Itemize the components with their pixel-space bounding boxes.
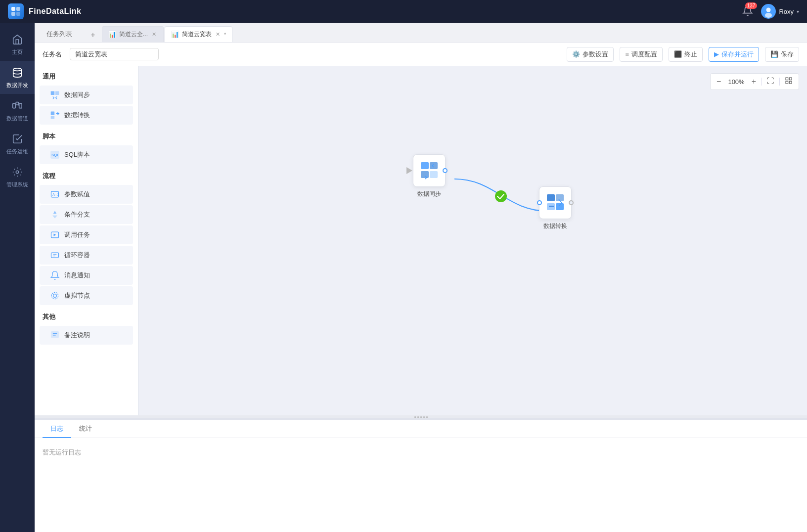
- schedule-config-button[interactable]: ≡ 调度配置: [620, 47, 663, 62]
- svg-point-31: [495, 190, 507, 202]
- svg-rect-0: [11, 7, 15, 11]
- section-header-script: 脚本: [35, 126, 138, 144]
- sidebar: 主页 数据开发 数据管道: [0, 23, 35, 532]
- save-button[interactable]: 💾 保存: [765, 47, 799, 62]
- svg-point-24: [51, 292, 58, 299]
- svg-rect-1: [16, 7, 20, 11]
- tab-jiandao-wide[interactable]: 📊 简道云宽表 ✕ *: [165, 26, 232, 42]
- tab-close-2[interactable]: ✕: [215, 31, 221, 38]
- param-settings-label: 参数设置: [583, 50, 608, 59]
- panel-item-data-sync[interactable]: 数据同步: [40, 86, 133, 104]
- bottom-panel: 日志 统计 暂无运行日志: [35, 418, 807, 532]
- svg-point-7: [13, 68, 22, 71]
- tab-jiandao-full[interactable]: 📊 简道云全... ✕: [102, 26, 164, 42]
- home-icon: [10, 33, 24, 46]
- stop-button[interactable]: ⬛ 终止: [669, 47, 703, 62]
- panel-item-virtual-node[interactable]: 虚拟节点: [40, 286, 133, 305]
- node-data-sync-output-port[interactable]: [443, 168, 448, 173]
- user-area[interactable]: Roxy ▾: [761, 4, 799, 19]
- sidebar-item-home[interactable]: 主页: [0, 28, 35, 61]
- panel-item-call-task-label: 调用任务: [64, 230, 90, 239]
- svg-rect-32: [421, 162, 429, 169]
- bottom-content-log: 暂无运行日志: [35, 438, 807, 467]
- save-run-label: 保存并运行: [721, 50, 754, 59]
- component-panel: 通用 数据同步: [35, 66, 138, 415]
- node-data-transform-label: 数据转换: [543, 222, 567, 230]
- logo-icon: [8, 3, 24, 19]
- svg-point-25: [53, 294, 57, 298]
- panel-item-data-transform[interactable]: 数据转换: [40, 106, 133, 125]
- svg-rect-36: [547, 194, 555, 201]
- node-data-sync-box[interactable]: [413, 154, 446, 187]
- node-play-button[interactable]: [406, 167, 412, 174]
- bottom-tab-log[interactable]: 日志: [43, 420, 71, 438]
- avatar: [761, 4, 776, 19]
- tab-task-list[interactable]: 任务列表: [39, 26, 80, 42]
- node-data-transform-output-port[interactable]: [569, 200, 574, 205]
- notification-button[interactable]: 137: [742, 5, 753, 18]
- sidebar-label-home: 主页: [12, 48, 23, 56]
- sidebar-item-task-ops[interactable]: 任务运维: [0, 127, 35, 160]
- panel-item-loop-container[interactable]: 循环容器: [40, 246, 133, 265]
- virtual-node-icon: [49, 290, 60, 301]
- stop-label: 终止: [684, 50, 697, 59]
- save-icon: 💾: [770, 50, 778, 58]
- panel-item-condition[interactable]: 条件分支: [40, 205, 133, 224]
- task-name-input[interactable]: [70, 48, 159, 60]
- panel-item-condition-label: 条件分支: [64, 210, 90, 219]
- sidebar-item-data-dev[interactable]: 数据开发: [0, 61, 35, 94]
- bottom-tab-stats[interactable]: 统计: [71, 420, 100, 438]
- zoom-out-button[interactable]: −: [715, 76, 723, 87]
- svg-rect-3: [16, 12, 20, 16]
- grid-view-button[interactable]: [783, 76, 795, 88]
- fit-view-button[interactable]: [764, 76, 776, 88]
- section-header-general: 通用: [35, 66, 138, 84]
- panel-item-annotation[interactable]: 备注说明: [40, 326, 133, 345]
- panel-item-sql-script-label: SQL脚本: [64, 150, 90, 159]
- save-run-icon: ▶: [714, 50, 719, 58]
- sidebar-item-data-pipeline[interactable]: 数据管道: [0, 94, 35, 127]
- tab-label-1: 简道云全...: [119, 30, 148, 39]
- panel-item-virtual-node-label: 虚拟节点: [64, 291, 90, 300]
- param-settings-button[interactable]: ⚙️ 参数设置: [567, 47, 614, 62]
- section-header-other: 其他: [35, 307, 138, 324]
- save-run-button[interactable]: ▶ 保存并运行: [709, 47, 759, 62]
- logo-area: FineDataLink: [8, 3, 81, 19]
- svg-rect-9: [16, 102, 19, 105]
- node-data-transform[interactable]: 数据转换: [539, 186, 572, 230]
- svg-rect-26: [51, 332, 59, 338]
- svg-rect-29: [789, 81, 792, 84]
- panel-item-call-task[interactable]: 调用任务: [40, 225, 133, 244]
- toolbar-actions: ⚙️ 参数设置 ≡ 调度配置 ⬛ 终止 ▶ 保存并运行 💾 保存: [567, 47, 799, 62]
- sidebar-item-manage[interactable]: 管理系统: [0, 160, 35, 193]
- svg-line-12: [19, 105, 19, 106]
- panel-item-notification[interactable]: 消息通知: [40, 266, 133, 285]
- svg-rect-38: [547, 203, 555, 210]
- loop-container-icon: [49, 250, 60, 261]
- sidebar-label-data-dev: 数据开发: [6, 82, 28, 89]
- node-data-transform-input-port[interactable]: [537, 200, 542, 205]
- svg-rect-8: [13, 103, 16, 108]
- tab-add-button[interactable]: +: [86, 28, 100, 42]
- user-name: Roxy: [779, 8, 794, 15]
- schedule-config-label: 调度配置: [631, 50, 657, 59]
- param-assign-icon: A=1: [49, 189, 60, 200]
- zoom-in-button[interactable]: +: [750, 76, 758, 87]
- svg-point-5: [766, 8, 771, 12]
- task-ops-icon: [10, 132, 24, 146]
- svg-point-6: [765, 13, 772, 18]
- tab-icon-2: 📊: [171, 31, 179, 38]
- svg-rect-14: [51, 91, 55, 95]
- panel-item-param-assign[interactable]: A=1 参数赋值: [40, 185, 133, 204]
- svg-rect-27: [786, 78, 788, 80]
- node-data-sync[interactable]: 数据同步: [413, 154, 446, 198]
- notification-badge: 137: [745, 2, 758, 9]
- panel-item-sql-script[interactable]: SQL SQL脚本: [40, 145, 133, 164]
- tab-close-1[interactable]: ✕: [151, 31, 157, 38]
- canvas-area[interactable]: − 100% +: [138, 66, 807, 415]
- sidebar-label-data-pipeline: 数据管道: [6, 115, 28, 122]
- node-data-transform-box[interactable]: [539, 186, 572, 219]
- call-task-icon: [49, 229, 60, 240]
- panel-item-annotation-label: 备注说明: [64, 331, 90, 340]
- section-header-flow: 流程: [35, 166, 138, 183]
